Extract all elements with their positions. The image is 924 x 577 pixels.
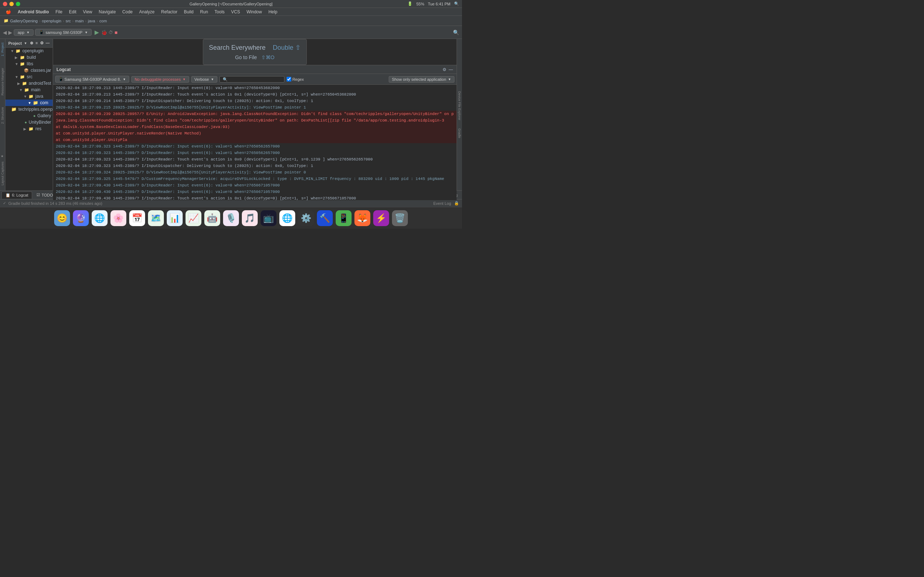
favorites-btn[interactable]: ★	[0, 153, 5, 160]
dock-trash[interactable]: 🗑️	[392, 210, 408, 226]
settings-icon[interactable]: ⚙	[40, 41, 44, 45]
tree-item-androidtest[interactable]: ▶ 📁 androidTest	[5, 80, 53, 87]
project-tab[interactable]: 1: Project	[0, 40, 5, 58]
logcat-search-input[interactable]	[220, 76, 284, 82]
dock-android-studio[interactable]: 🤖	[204, 210, 220, 226]
logcat-settings-icon[interactable]: ⚙	[443, 67, 446, 72]
hide-panel-icon[interactable]: —	[46, 41, 50, 45]
log-line[interactable]: 2020-02-04 18:27:09.430 1445-2389/? D/In…	[53, 182, 457, 189]
search-icon[interactable]: 🔍	[454, 2, 459, 6]
logcat-show-selected-btn[interactable]: Show only selected application ▼	[389, 76, 454, 82]
log-line[interactable]: 2020-02-04 18:27:09.324 28925-28925/? D/…	[53, 169, 457, 176]
analyze-menu[interactable]: Analyze	[136, 9, 158, 15]
logcat-device-selector[interactable]: 📱 Samsung SM-G930P Android 8. ▼	[55, 76, 129, 82]
tree-item-main[interactable]: ▼ 📁 main	[5, 87, 53, 93]
dock-unity[interactable]: ⚙️	[298, 210, 314, 226]
breadcrumb-java[interactable]: java	[88, 19, 95, 23]
app-selector[interactable]: app ▼	[14, 29, 34, 36]
logcat-close-icon[interactable]: —	[449, 67, 453, 72]
tree-item-java[interactable]: ▼ 📁 java	[5, 93, 53, 100]
android-studio-menu[interactable]: Android Studio	[15, 9, 52, 15]
dock-maps[interactable]: 🗺️	[148, 210, 164, 226]
device-selector[interactable]: 📱 samsung SM-G930P ▼	[35, 29, 92, 36]
log-line[interactable]: 2020-02-04 18:27:09.323 1445-2389/? D/In…	[53, 150, 457, 156]
window-menu[interactable]: Window	[244, 9, 265, 15]
dock-safari[interactable]: 🌐	[92, 210, 108, 226]
gradle-tab[interactable]: Gradle	[457, 126, 462, 140]
app-menu[interactable]: 🍎	[3, 9, 14, 15]
dock-android2[interactable]: 📱	[336, 210, 352, 226]
dock-photos[interactable]: 🌸	[110, 210, 126, 226]
breadcrumb-src[interactable]: src	[66, 19, 71, 23]
dock-app1[interactable]: ⚡	[373, 210, 389, 226]
logcat-regex-option[interactable]: Regex	[287, 77, 304, 82]
close-button[interactable]	[3, 2, 7, 6]
log-line[interactable]: 2020-02-04 18:27:09.215 28925-28925/? D/…	[53, 104, 457, 111]
tree-item-classes-jar[interactable]: ▶ 📦 classes.jar	[5, 67, 53, 74]
debug-btn[interactable]: 🐞	[101, 29, 107, 35]
log-line[interactable]: java.lang.ClassNotFoundException: Didn't…	[53, 117, 457, 124]
log-line[interactable]: 2020-02-04 18:27:09.325 1445-5479/? D/Cu…	[53, 176, 457, 182]
stop-btn[interactable]: ■	[115, 29, 117, 35]
dock-music[interactable]: 🎵	[242, 210, 258, 226]
logcat-level-selector[interactable]: Verbose ▼	[191, 76, 217, 82]
collapse-icon[interactable]: ≡	[36, 41, 37, 45]
dock-tv[interactable]: 📺	[261, 210, 276, 226]
logcat-process-selector[interactable]: No debuggable processes ▼	[131, 76, 189, 82]
build-menu[interactable]: Build	[181, 9, 197, 15]
dock-calendar[interactable]: 📅	[129, 210, 145, 226]
view-menu[interactable]: View	[80, 9, 95, 15]
code-menu[interactable]: Code	[120, 9, 136, 15]
log-line[interactable]: 2020-02-04 18:27:09.213 1445-2389/? I/In…	[53, 91, 457, 98]
file-menu[interactable]: File	[53, 9, 65, 15]
resource-manager-tab[interactable]: Resource Manager	[0, 66, 5, 98]
event-log-status[interactable]: Event Log	[433, 201, 451, 206]
log-line[interactable]: 2020-02-04 18:27:09.323 1445-2389/? I/In…	[53, 163, 457, 169]
breadcrumb-com[interactable]: com	[99, 19, 107, 23]
dock-finder[interactable]: 😊	[54, 210, 70, 226]
navigate-menu[interactable]: Navigate	[96, 9, 118, 15]
run-menu[interactable]: Run	[197, 9, 211, 15]
toolbar-search-icon[interactable]: 🔍	[453, 29, 459, 35]
dock-keynote[interactable]: 📊	[167, 210, 183, 226]
edit-menu[interactable]: Edit	[66, 9, 79, 15]
breadcrumb-openplugin[interactable]: openplugin	[42, 19, 61, 23]
log-line[interactable]: 2020-02-04 18:27:09.323 1445-2389/? I/In…	[53, 156, 457, 163]
refactor-menu[interactable]: Refactor	[158, 9, 180, 15]
log-line[interactable]: 2020-02-04 18:27:09.214 1445-2389/? I/In…	[53, 98, 457, 104]
minimize-button[interactable]	[10, 2, 14, 6]
tree-item-res[interactable]: ▶ 📁 res	[5, 126, 53, 132]
forward-btn[interactable]: ▶	[8, 29, 12, 35]
back-btn[interactable]: ◀	[3, 29, 7, 35]
help-menu[interactable]: Help	[266, 9, 281, 15]
goto-file-item[interactable]: Go to File ⇧⌘O	[209, 55, 300, 60]
tree-item-techripples[interactable]: ▶ 📁 techripples.openplugin	[5, 106, 53, 113]
captures-tab[interactable]: Layout Captures	[0, 160, 5, 187]
log-line[interactable]: at com.unity3d.player.UnityPlayer.native…	[53, 130, 457, 137]
tree-item-openplugin[interactable]: ▼ 📁 openplugin	[5, 48, 53, 54]
log-content[interactable]: 2020-02-04 18:27:09.213 1445-2389/? I/In…	[53, 85, 457, 200]
log-line[interactable]: 2020-02-04 18:27:09.430 1445-2389/? D/In…	[53, 189, 457, 195]
log-line[interactable]: 2020-02-04 18:27:09.239 28925-28957/? E/…	[53, 111, 457, 117]
tree-item-unitybinder[interactable]: ▶ ● UnityBinder	[5, 119, 53, 126]
tree-item-libs[interactable]: ▼ 📁 libs	[5, 61, 53, 67]
breadcrumb-main[interactable]: main	[75, 19, 84, 23]
log-line[interactable]: 2020-02-04 18:27:09.213 1445-2389/? I/In…	[53, 85, 457, 91]
window-controls[interactable]	[3, 2, 20, 6]
vcs-menu[interactable]: VCS	[228, 9, 243, 15]
log-line[interactable]: at com.unity3d.player.UnityPla	[53, 137, 457, 143]
dock-numbers[interactable]: 📈	[186, 210, 201, 226]
locate-icon[interactable]: ⊕	[30, 41, 33, 45]
tab-logcat[interactable]: 📋 6: Logcat	[2, 192, 32, 199]
profile-btn[interactable]: ⏱	[109, 30, 113, 35]
log-line[interactable]: at dalvik.system.BaseDexClassLoader.find…	[53, 124, 457, 130]
dock-chrome[interactable]: 🌐	[279, 210, 295, 226]
log-line[interactable]: 2020-02-04 18:27:09.323 1445-2389/? D/In…	[53, 143, 457, 150]
project-panel-dropdown[interactable]: ▼	[24, 42, 27, 45]
dock-firefox[interactable]: 🦊	[354, 210, 370, 226]
tree-item-src[interactable]: ▼ 📁 src	[5, 74, 53, 80]
log-line[interactable]: 2020-02-04 18:27:09.430 1445-2389/? I/In…	[53, 195, 457, 200]
dock-siri[interactable]: 🔮	[73, 210, 89, 226]
tree-item-com[interactable]: ▼ 📁 com	[5, 100, 53, 106]
device-file-explorer-tab[interactable]: Device File Explorer	[457, 89, 462, 122]
